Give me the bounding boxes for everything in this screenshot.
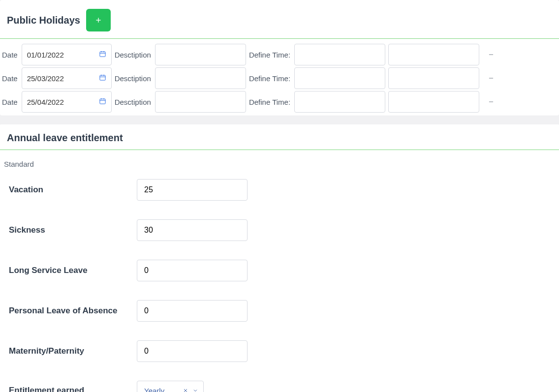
date-input[interactable]: 25/04/2022 [22, 91, 112, 113]
remove-row-button[interactable] [484, 95, 498, 109]
sickness-input[interactable] [137, 219, 248, 241]
description-input[interactable] [155, 44, 246, 65]
public-holidays-body: Date 01/01/2022 Desctiption Define Time:… [0, 39, 559, 116]
remove-row-button[interactable] [484, 48, 498, 61]
date-label: Date [2, 74, 18, 83]
define-time-label: Define Time: [249, 51, 290, 59]
entitlement-earned-select[interactable]: Yearly [137, 381, 204, 392]
entitlement-earned-label: Entitlement earned [9, 386, 137, 392]
maternity-paternity-input[interactable] [137, 340, 248, 362]
calendar-icon [99, 50, 106, 59]
time-from-input[interactable] [294, 44, 385, 65]
date-input[interactable]: 01/01/2022 [22, 44, 112, 65]
plus-icon [94, 16, 102, 24]
entitlement-row: Sickness [2, 214, 557, 255]
add-holiday-button[interactable] [86, 9, 111, 31]
entitlement-row: Personal Leave of Absence [2, 295, 557, 335]
time-to-input[interactable] [388, 91, 479, 113]
vacation-input[interactable] [137, 179, 248, 201]
chevron-down-icon [192, 388, 198, 392]
calendar-icon [99, 97, 106, 106]
public-holidays-card: Public Holidays Date 01/01/2022 Desctipt… [0, 0, 559, 116]
annual-leave-title: Annual leave entitlement [7, 132, 123, 144]
holiday-row: Date 01/01/2022 Desctiption Define Time: [2, 43, 557, 66]
define-time-label: Define Time: [249, 98, 290, 106]
entitlement-row: Vacation [2, 174, 557, 214]
date-label: Date [2, 98, 18, 106]
description-input[interactable] [155, 67, 246, 89]
annual-leave-header: Annual leave entitlement [0, 124, 559, 150]
entitlement-earned-row: Entitlement earned Yearly [2, 376, 557, 392]
time-to-input[interactable] [388, 67, 479, 89]
minus-icon [488, 51, 495, 58]
vacation-label: Vacation [9, 185, 137, 195]
personal-leave-label: Personal Leave of Absence [9, 306, 137, 316]
long-service-leave-label: Long Service Leave [9, 266, 137, 275]
clear-icon[interactable] [183, 388, 188, 392]
time-from-input[interactable] [294, 91, 385, 113]
svg-rect-2 [100, 52, 105, 57]
date-value: 01/01/2022 [27, 51, 64, 59]
time-to-input[interactable] [388, 44, 479, 65]
date-value: 25/03/2022 [27, 74, 64, 83]
public-holidays-header: Public Holidays [0, 0, 559, 39]
minus-icon [488, 75, 495, 82]
standard-label: Standard [2, 153, 557, 174]
holiday-row: Date 25/03/2022 Desctiption Define Time: [2, 66, 557, 90]
date-value: 25/04/2022 [27, 98, 64, 106]
description-label: Desctiption [115, 74, 151, 83]
sickness-label: Sickness [9, 225, 137, 235]
svg-rect-12 [100, 99, 105, 104]
annual-leave-body: Standard Vacation Sickness Long Service … [0, 150, 559, 392]
long-service-leave-input[interactable] [137, 260, 248, 281]
define-time-label: Define Time: [249, 74, 290, 83]
description-input[interactable] [155, 91, 246, 113]
svg-rect-7 [100, 75, 105, 80]
date-label: Date [2, 51, 18, 59]
annual-leave-card: Annual leave entitlement Standard Vacati… [0, 124, 559, 392]
holiday-row: Date 25/04/2022 Desctiption Define Time: [2, 90, 557, 114]
date-input[interactable]: 25/03/2022 [22, 67, 112, 89]
remove-row-button[interactable] [484, 71, 498, 85]
description-label: Desctiption [115, 98, 151, 106]
maternity-paternity-label: Maternity/Paternity [9, 346, 137, 356]
calendar-icon [99, 74, 106, 83]
personal-leave-input[interactable] [137, 300, 248, 322]
public-holidays-title: Public Holidays [7, 15, 80, 26]
description-label: Desctiption [115, 51, 151, 59]
minus-icon [488, 98, 495, 105]
time-from-input[interactable] [294, 67, 385, 89]
entitlement-row: Maternity/Paternity [2, 335, 557, 376]
entitlement-row: Long Service Leave [2, 255, 557, 295]
entitlement-earned-value: Yearly [144, 387, 164, 392]
